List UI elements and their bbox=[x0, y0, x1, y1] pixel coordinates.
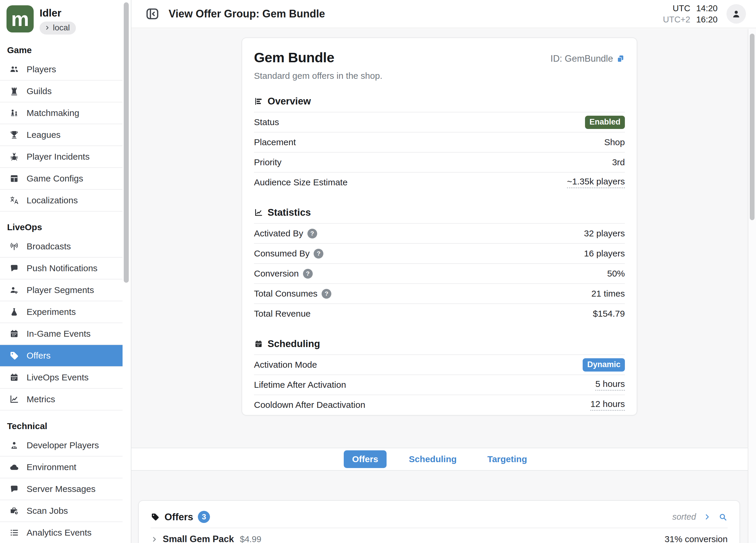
developer-players-icon bbox=[8, 440, 20, 450]
section-rows: Activation ModeDynamicLifetime After Act… bbox=[254, 354, 625, 415]
localizations-icon bbox=[8, 195, 20, 206]
leagues-icon bbox=[8, 130, 20, 140]
scan-jobs-icon bbox=[8, 506, 20, 516]
row-label: Placement bbox=[254, 137, 296, 147]
overview-icon bbox=[254, 97, 263, 106]
tab-targeting[interactable]: Targeting bbox=[479, 450, 535, 468]
sidebar-item-developer-players[interactable]: Developer Players bbox=[0, 435, 123, 456]
section-title: Scheduling bbox=[268, 338, 320, 349]
detail-section-statistics: StatisticsActivated By?32 playersConsume… bbox=[254, 207, 625, 323]
sidebar-scrollbar[interactable] bbox=[124, 2, 129, 283]
search-button[interactable] bbox=[718, 512, 728, 522]
sidebar-item-game-configs[interactable]: Game Configs bbox=[0, 168, 123, 190]
nav-section-list: PlayersGuildsMatchmakingLeaguesPlayer In… bbox=[0, 59, 123, 212]
row-label-group: Total Consumes? bbox=[254, 288, 331, 298]
status-badge: Dynamic bbox=[583, 358, 625, 371]
player-incidents-icon bbox=[8, 152, 20, 162]
row-value[interactable]: 12 hours bbox=[590, 399, 625, 411]
app-root: m Idler local GamePlayersGuildsMatchmaki… bbox=[0, 0, 756, 543]
chevron-right-icon[interactable] bbox=[703, 513, 711, 521]
broadcasts-icon bbox=[8, 242, 20, 252]
experiments-icon bbox=[8, 307, 20, 317]
sidebar-collapse-button[interactable] bbox=[145, 6, 160, 21]
row-label: Activation Mode bbox=[254, 360, 317, 370]
sort-hint: sorted bbox=[672, 512, 696, 522]
row-value: 32 players bbox=[584, 229, 625, 239]
copy-icon[interactable] bbox=[616, 54, 625, 63]
row-value: $154.79 bbox=[593, 309, 625, 319]
detail-section-overview: OverviewStatusEnabledPlacementShopPriori… bbox=[254, 96, 625, 192]
app-name: Idler bbox=[40, 7, 76, 19]
sidebar-item-metrics[interactable]: Metrics bbox=[0, 389, 123, 410]
player-segments-icon bbox=[8, 285, 20, 295]
row-label-group: Priority bbox=[254, 157, 281, 167]
sidebar-item-label: Matchmaking bbox=[27, 108, 79, 118]
sidebar-item-localizations[interactable]: Localizations bbox=[0, 190, 123, 212]
row-label: Status bbox=[254, 117, 279, 127]
section-title-row: Overview bbox=[254, 96, 625, 107]
nav-section-label: Game bbox=[7, 45, 131, 55]
sidebar-item-label: Metrics bbox=[27, 394, 55, 404]
sidebar-item-analytics-events[interactable]: Analytics Events bbox=[0, 522, 123, 543]
sidebar-item-matchmaking[interactable]: Matchmaking bbox=[0, 102, 123, 124]
sidebar-item-label: Developer Players bbox=[27, 440, 99, 450]
detail-row: Cooldown After Deactivation12 hours bbox=[254, 394, 625, 415]
chevron-right-icon bbox=[44, 25, 50, 31]
analytics-events-icon bbox=[8, 528, 20, 538]
help-icon[interactable]: ? bbox=[307, 229, 317, 239]
section-title: Overview bbox=[268, 96, 311, 107]
matchmaking-icon bbox=[8, 108, 20, 118]
sidebar-item-environment[interactable]: Environment bbox=[0, 456, 123, 478]
row-label-group: Audience Size Estimate bbox=[254, 177, 348, 188]
help-icon[interactable]: ? bbox=[322, 289, 331, 298]
help-icon[interactable]: ? bbox=[314, 249, 323, 259]
game-configs-icon bbox=[8, 174, 20, 184]
row-value: 50% bbox=[607, 269, 625, 278]
offer-group-description: Standard gem offers in the shop. bbox=[254, 71, 625, 81]
sidebar-item-player-segments[interactable]: Player Segments bbox=[0, 279, 123, 301]
sidebar-item-experiments[interactable]: Experiments bbox=[0, 301, 123, 323]
offer-name: Small Gem Pack bbox=[163, 534, 234, 543]
row-value[interactable]: 5 hours bbox=[595, 379, 625, 391]
sidebar-item-label: Guilds bbox=[27, 86, 52, 96]
section-title: Statistics bbox=[268, 207, 311, 218]
sidebar-item-liveops-events[interactable]: LiveOps Events bbox=[0, 367, 123, 389]
detail-section-scheduling: SchedulingActivation ModeDynamicLifetime… bbox=[254, 338, 625, 415]
sidebar-item-label: Game Configs bbox=[27, 174, 83, 184]
detail-row: Activated By?32 players bbox=[254, 223, 625, 243]
section-title-row: Statistics bbox=[254, 207, 625, 218]
user-avatar[interactable] bbox=[726, 4, 746, 24]
detail-row: Activation ModeDynamic bbox=[254, 354, 625, 374]
help-icon[interactable]: ? bbox=[303, 269, 313, 278]
sidebar-item-players[interactable]: Players bbox=[0, 59, 123, 81]
row-label-group: Total Revenue bbox=[254, 309, 311, 319]
page-scrollbar-thumb[interactable] bbox=[750, 34, 755, 220]
offers-count-badge: 3 bbox=[198, 511, 210, 523]
section-rows: StatusEnabledPlacementShopPriority3rdAud… bbox=[254, 112, 625, 192]
main-content: Gem Bundle ID: GemBundle Standard gem of… bbox=[131, 29, 756, 543]
offer-group-sections: OverviewStatusEnabledPlacementShopPriori… bbox=[254, 96, 625, 415]
sidebar-item-broadcasts[interactable]: Broadcasts bbox=[0, 236, 123, 258]
sidebar-item-label: Push Notifications bbox=[27, 263, 97, 273]
status-badge: Enabled bbox=[585, 116, 625, 129]
sidebar-item-server-messages[interactable]: Server Messages bbox=[0, 478, 123, 500]
page-header: View Offer Group: Gem Bundle UTC14:20UTC… bbox=[131, 0, 756, 28]
sidebar-item-guilds[interactable]: Guilds bbox=[0, 81, 123, 102]
tab-offers[interactable]: Offers bbox=[344, 450, 386, 468]
sidebar-item-label: In-Game Events bbox=[27, 329, 91, 339]
clock-time: 16:20 bbox=[696, 15, 718, 25]
sidebar-item-player-incidents[interactable]: Player Incidents bbox=[0, 146, 123, 168]
sidebar-item-leagues[interactable]: Leagues bbox=[0, 124, 123, 146]
environment-pill[interactable]: local bbox=[40, 22, 76, 35]
sidebar-item-push-notifications[interactable]: Push Notifications bbox=[0, 258, 123, 279]
sidebar-item-scan-jobs[interactable]: Scan Jobs bbox=[0, 500, 123, 522]
tab-scheduling[interactable]: Scheduling bbox=[401, 450, 465, 468]
row-label: Activated By bbox=[254, 229, 303, 239]
row-label-group: Placement bbox=[254, 137, 296, 147]
sidebar-item-in-game-events[interactable]: In-Game Events bbox=[0, 323, 123, 345]
sidebar-item-label: Analytics Events bbox=[27, 528, 92, 538]
sidebar-item-offers[interactable]: Offers bbox=[0, 345, 123, 367]
offer-list-item[interactable]: Small Gem Pack$4.9931% conversion bbox=[151, 528, 728, 543]
row-value[interactable]: ~1.35k players bbox=[567, 177, 625, 188]
row-label: Total Consumes bbox=[254, 288, 317, 298]
